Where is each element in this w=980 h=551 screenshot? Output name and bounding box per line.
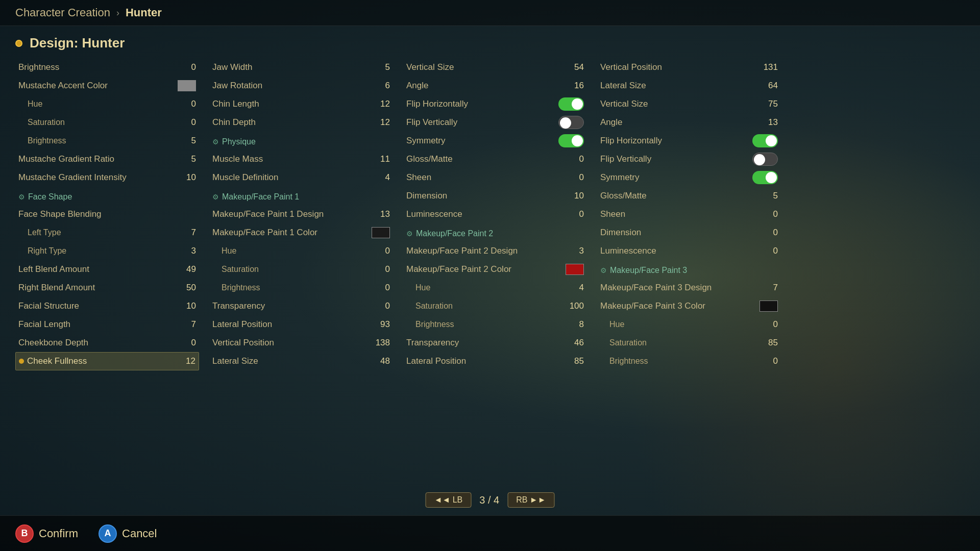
active-dot: [19, 359, 24, 364]
list-item[interactable]: Saturation 0: [15, 113, 199, 132]
cancel-button[interactable]: A Cancel: [99, 524, 157, 543]
toggle-flip-h2[interactable]: [752, 134, 778, 147]
list-item[interactable]: Sheen 0: [403, 168, 587, 187]
list-item[interactable]: Angle 16: [403, 77, 587, 95]
toggle-knob: [766, 135, 777, 146]
list-item-flip-h2[interactable]: Flip Horizontally: [597, 132, 781, 150]
column-3: Vertical Size 54 Angle 16 Flip Horizonta…: [398, 56, 592, 372]
toggle-knob: [572, 135, 583, 146]
b-button-icon: B: [15, 524, 34, 543]
list-item[interactable]: Vertical Size 54: [403, 58, 587, 77]
list-item[interactable]: Makeup/Face Paint 1 Color: [209, 223, 393, 242]
list-item[interactable]: Sheen 0: [597, 205, 781, 223]
list-item[interactable]: Dimension 10: [403, 187, 587, 205]
list-item[interactable]: Mustache Accent Color: [15, 77, 199, 95]
list-item[interactable]: Makeup/Face Paint 2 Design 3: [403, 242, 587, 260]
gear-icon: ⚙: [406, 230, 413, 238]
list-item[interactable]: Chin Length 12: [209, 95, 393, 113]
list-item[interactable]: Hue 0: [15, 95, 199, 113]
list-item[interactable]: Gloss/Matte 0: [403, 150, 587, 168]
list-item-flip-h[interactable]: Flip Horizontally: [403, 95, 587, 113]
a-button-icon: A: [99, 524, 117, 543]
list-item[interactable]: Left Type 7: [15, 223, 199, 242]
list-item[interactable]: Lateral Size 64: [597, 77, 781, 95]
gear-icon: ⚙: [212, 138, 219, 146]
list-item[interactable]: Cheekbone Depth 0: [15, 334, 199, 352]
list-item[interactable]: Vertical Position 131: [597, 58, 781, 77]
list-item[interactable]: Vertical Size 75: [597, 95, 781, 113]
list-item[interactable]: Hue 0: [209, 242, 393, 260]
color-swatch[interactable]: [372, 227, 390, 238]
column-2: Jaw Width 5 Jaw Rotation 6 Chin Length 1…: [204, 56, 398, 372]
list-item[interactable]: Makeup/Face Paint 3 Color: [597, 297, 781, 315]
breadcrumb-parent[interactable]: Character Creation: [15, 6, 110, 19]
page-indicator: 3 / 4: [479, 494, 499, 506]
list-item[interactable]: Dimension 0: [597, 223, 781, 242]
list-item[interactable]: Left Blend Amount 49: [15, 260, 199, 279]
list-item[interactable]: Facial Length 7: [15, 315, 199, 334]
list-item[interactable]: Brightness 0: [209, 279, 393, 297]
list-item[interactable]: Right Blend Amount 50: [15, 279, 199, 297]
list-item[interactable]: Jaw Rotation 6: [209, 77, 393, 95]
section-header: ⚙Physique: [209, 132, 393, 150]
list-item[interactable]: Muscle Definition 4: [209, 168, 393, 187]
list-item[interactable]: Saturation 0: [209, 260, 393, 279]
list-item[interactable]: Brightness 8: [403, 315, 587, 334]
toggle-flip-v[interactable]: [558, 116, 584, 129]
list-item[interactable]: Muscle Mass 11: [209, 150, 393, 168]
list-item[interactable]: Brightness 0: [597, 352, 781, 370]
list-item[interactable]: Transparency 0: [209, 297, 393, 315]
color-swatch[interactable]: [760, 300, 778, 312]
list-item[interactable]: Chin Depth 12: [209, 113, 393, 132]
confirm-button[interactable]: B Confirm: [15, 524, 78, 543]
toggle-knob: [560, 117, 571, 129]
bottom-action-bar: B Confirm A Cancel: [0, 515, 980, 551]
list-item-flip-v[interactable]: Flip Vertically: [403, 113, 587, 132]
toggle-flip-h[interactable]: [558, 97, 584, 111]
list-item[interactable]: Gloss/Matte 5: [597, 187, 781, 205]
gear-icon: ⚙: [600, 266, 607, 274]
breadcrumb-separator: ›: [116, 8, 119, 18]
list-item-flip-v2[interactable]: Flip Vertically: [597, 150, 781, 168]
list-item[interactable]: Hue 0: [597, 315, 781, 334]
list-item[interactable]: Angle 13: [597, 113, 781, 132]
toggle-knob: [572, 98, 583, 110]
list-item[interactable]: Luminescence 0: [403, 205, 587, 223]
list-item[interactable]: Brightness 5: [15, 132, 199, 150]
toggle-flip-v2[interactable]: [752, 153, 778, 166]
list-item[interactable]: Facial Structure 10: [15, 297, 199, 315]
list-item[interactable]: Saturation 85: [597, 334, 781, 352]
list-item[interactable]: Saturation 100: [403, 297, 587, 315]
list-item[interactable]: Mustache Gradient Intensity 10: [15, 168, 199, 187]
color-swatch[interactable]: [178, 80, 196, 91]
list-item[interactable]: Transparency 46: [403, 334, 587, 352]
section-header: ⚙Makeup/Face Paint 3: [597, 260, 781, 279]
list-item[interactable]: Luminescence 0: [597, 242, 781, 260]
breadcrumb-current: Hunter: [126, 6, 162, 19]
list-item[interactable]: Makeup/Face Paint 3 Design 7: [597, 279, 781, 297]
section-header: ⚙Face Shape: [15, 187, 199, 205]
list-item[interactable]: Lateral Position 93: [209, 315, 393, 334]
list-item-symmetry2[interactable]: Symmetry: [597, 168, 781, 187]
list-item[interactable]: Face Shape Blending: [15, 205, 199, 223]
list-item[interactable]: Hue 4: [403, 279, 587, 297]
toggle-symmetry2[interactable]: [752, 171, 778, 184]
list-item[interactable]: Brightness 0: [15, 58, 199, 77]
list-item[interactable]: Jaw Width 5: [209, 58, 393, 77]
list-item[interactable]: Lateral Position 85: [403, 352, 587, 370]
list-item[interactable]: Makeup/Face Paint 1 Design 13: [209, 205, 393, 223]
list-item[interactable]: Mustache Gradient Ratio 5: [15, 150, 199, 168]
list-item-selected[interactable]: Cheek Fullness 12: [15, 352, 199, 370]
next-page-button[interactable]: RB ►►: [507, 492, 554, 508]
title-dot: [15, 40, 22, 47]
list-item[interactable]: Makeup/Face Paint 2 Color: [403, 260, 587, 279]
prev-page-button[interactable]: ◄◄ LB: [426, 492, 472, 508]
column-4: Vertical Position 131 Lateral Size 64 Ve…: [592, 56, 786, 372]
color-swatch[interactable]: [566, 264, 584, 275]
list-item[interactable]: Right Type 3: [15, 242, 199, 260]
list-item[interactable]: Lateral Size 48: [209, 352, 393, 370]
gear-icon: ⚙: [212, 193, 219, 201]
list-item-symmetry[interactable]: Symmetry: [403, 132, 587, 150]
list-item[interactable]: Vertical Position 138: [209, 334, 393, 352]
toggle-symmetry[interactable]: [558, 134, 584, 147]
